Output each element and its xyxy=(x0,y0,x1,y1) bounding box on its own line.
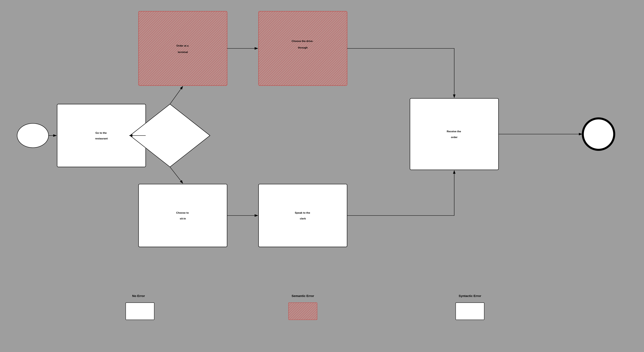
choose-sit-in-node xyxy=(138,184,227,247)
legend-semantic-error-label: Semantic Error xyxy=(292,294,314,298)
end-node xyxy=(583,118,614,150)
legend-no-error-box xyxy=(126,303,154,320)
start-node xyxy=(17,124,48,148)
legend-syntactic-error-label: Syntactic Error xyxy=(459,294,481,298)
diagram-container: Go to the restaurant Order at a terminal… xyxy=(6,7,638,345)
receive-order-node xyxy=(410,98,498,170)
legend-no-error-label: No Error xyxy=(132,294,145,298)
speak-clerk-node xyxy=(258,184,347,247)
legend-semantic-error-box xyxy=(288,303,317,320)
order-terminal-node xyxy=(138,11,227,86)
legend-syntactic-error-box xyxy=(456,303,484,320)
